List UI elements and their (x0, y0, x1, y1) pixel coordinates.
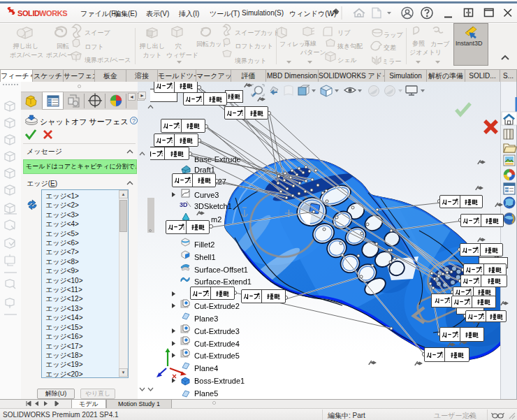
svg-text:SOLID: SOLID (17, 9, 40, 17)
svg-text:WORKS: WORKS (39, 9, 67, 17)
